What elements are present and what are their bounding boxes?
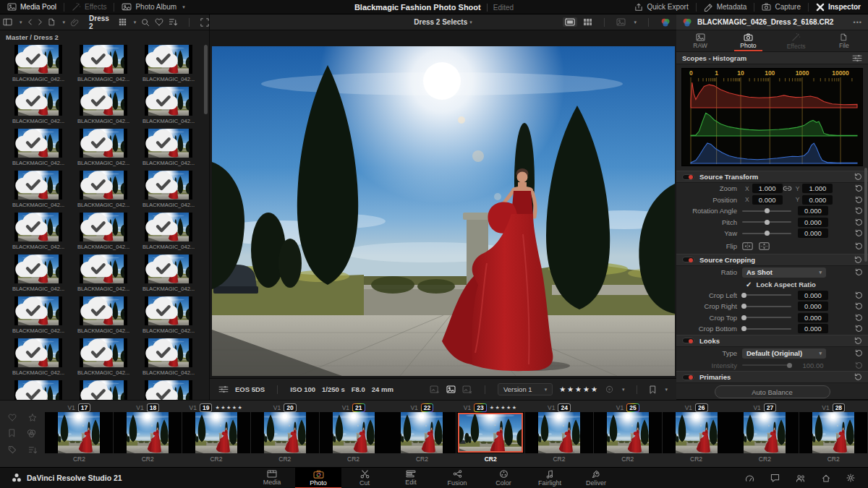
- media-thumbnail[interactable]: BLACKMAGIC_042...: [71, 213, 136, 250]
- filmstrip-item-21[interactable]: V121CR2: [319, 401, 388, 467]
- clip-thumbnail[interactable]: [320, 412, 388, 453]
- rotation-angle-slider[interactable]: [742, 210, 791, 212]
- chat-icon[interactable]: [770, 474, 780, 482]
- thumbnail-image[interactable]: [145, 213, 192, 241]
- position-x-field[interactable]: 0.000: [752, 195, 783, 205]
- inspector-button[interactable]: Inspector: [809, 0, 868, 14]
- yaw-slider[interactable]: [742, 233, 791, 234]
- crop-left-field[interactable]: 0.000: [798, 291, 828, 300]
- media-thumbnail[interactable]: BLACKMAGIC_042...: [71, 338, 136, 376]
- crop-right-slider[interactable]: [742, 306, 791, 307]
- chevron-down-icon[interactable]: ▾: [634, 20, 637, 25]
- reset-icon[interactable]: [855, 218, 863, 226]
- thumbnail-image[interactable]: [145, 45, 192, 74]
- thumbnail-image[interactable]: [14, 296, 62, 325]
- reset-icon[interactable]: [855, 242, 863, 250]
- media-thumbnail[interactable]: BLACKMAGIC_042...: [6, 45, 71, 82]
- media-thumbnail[interactable]: BLACKMAGIC_042...: [6, 296, 71, 334]
- zoom-y-field[interactable]: 1.000: [802, 184, 833, 193]
- media-thumbnail[interactable]: BLACKMAGIC_042...: [136, 213, 201, 250]
- new-bin-icon[interactable]: [48, 18, 56, 26]
- reset-icon[interactable]: [855, 196, 863, 204]
- page-tab-cut[interactable]: Cut: [341, 468, 388, 488]
- performance-icon[interactable]: [745, 474, 754, 482]
- crop-top-field[interactable]: 0.000: [798, 313, 828, 322]
- tag-filter-icon[interactable]: [8, 445, 17, 455]
- thumbnail-image[interactable]: [80, 254, 127, 283]
- rotation-angle-field[interactable]: 0.000: [798, 206, 828, 215]
- clip-thumbnail[interactable]: [525, 412, 593, 453]
- thumbnail-image[interactable]: [14, 338, 62, 367]
- reset-icon[interactable]: [855, 229, 863, 237]
- photo-album-button[interactable]: Photo Album ▾: [114, 0, 192, 14]
- crop-bottom-slider[interactable]: [742, 328, 791, 330]
- ratio-dropdown[interactable]: As Shot ▾: [742, 267, 826, 278]
- search-icon[interactable]: [141, 18, 150, 27]
- thumbnail-image[interactable]: [145, 380, 192, 400]
- lock-aspect-row[interactable]: ✓ Lock Aspect Ratio: [676, 279, 868, 290]
- clip-thumbnail[interactable]: [594, 412, 662, 453]
- quick-export-button[interactable]: Quick Export: [627, 0, 695, 14]
- filmstrip-item-19[interactable]: V119★★★★★CR2: [182, 401, 251, 467]
- reset-icon[interactable]: [854, 256, 862, 264]
- filmstrip-item-23[interactable]: V123★★★★★CR2: [456, 401, 525, 467]
- clip-thumbnail[interactable]: [45, 412, 113, 453]
- media-thumbnail[interactable]: BLACKMAGIC_042...: [71, 129, 136, 166]
- sidebar-toggle-icon[interactable]: [3, 17, 12, 27]
- star-filter-icon[interactable]: [28, 414, 37, 421]
- metadata-button[interactable]: Metadata: [697, 0, 754, 14]
- transform-icon[interactable]: [200, 18, 209, 27]
- single-view-button[interactable]: [563, 17, 577, 27]
- reset-icon[interactable]: [855, 302, 863, 310]
- media-thumbnail[interactable]: BLACKMAGIC_042...: [136, 129, 201, 166]
- color-palette-icon[interactable]: [660, 17, 671, 27]
- reset-icon[interactable]: [854, 337, 862, 345]
- page-tab-fairlight[interactable]: Fairlight: [527, 468, 573, 488]
- version-dropdown[interactable]: Version 1 ▾: [498, 383, 553, 395]
- breadcrumb[interactable]: Master / Dress 2: [0, 30, 209, 42]
- viewer-title[interactable]: Dress 2 Selects: [414, 18, 467, 26]
- settings-gear-icon[interactable]: [846, 474, 855, 482]
- primaries-toggle[interactable]: [682, 374, 694, 380]
- media-thumbnail[interactable]: BLACKMAGIC_042...: [71, 254, 136, 292]
- overlay-icon[interactable]: [616, 18, 626, 26]
- sort-filter-icon[interactable]: [28, 445, 38, 455]
- link-clip-icon[interactable]: [70, 17, 80, 27]
- pitch-field[interactable]: 0.000: [798, 218, 828, 227]
- thumbnail-image[interactable]: [80, 296, 127, 325]
- clip-thumbnail[interactable]: [456, 412, 524, 453]
- chevron-down-icon[interactable]: ▾: [665, 387, 668, 392]
- page-tab-photo[interactable]: Photo: [295, 468, 341, 488]
- reset-icon[interactable]: [855, 207, 863, 215]
- media-thumbnail[interactable]: BLACKMAGIC_042...: [136, 380, 201, 400]
- link-icon[interactable]: [783, 186, 792, 192]
- thumbnail-image[interactable]: [80, 338, 127, 367]
- grid-view-icon[interactable]: [119, 18, 127, 26]
- reset-icon[interactable]: [855, 325, 863, 333]
- thumbnail-image[interactable]: [80, 45, 127, 74]
- page-tab-fusion[interactable]: Fusion: [434, 468, 480, 488]
- media-thumbnail[interactable]: BLACKMAGIC_042...: [71, 87, 136, 124]
- media-thumbnail[interactable]: BLACKMAGIC_042...: [71, 171, 136, 208]
- reset-icon[interactable]: [854, 373, 862, 381]
- thumbnail-image[interactable]: [14, 87, 62, 116]
- collaboration-icon[interactable]: [796, 474, 806, 482]
- media-thumbnail[interactable]: BLACKMAGIC_042...: [136, 338, 201, 376]
- page-tab-color[interactable]: Color: [480, 468, 527, 488]
- clip-thumbnail[interactable]: [182, 412, 250, 453]
- media-thumbnail[interactable]: BLACKMAGIC_042...: [136, 296, 201, 334]
- media-thumbnail[interactable]: BLACKMAGIC_042...: [136, 171, 201, 208]
- flag-color-icon[interactable]: [605, 385, 613, 393]
- look-type-dropdown[interactable]: Default (Original) ▾: [742, 348, 826, 359]
- media-thumbnail[interactable]: BLACKMAGIC_042...: [6, 129, 71, 166]
- thumbnail-image[interactable]: [80, 129, 127, 158]
- reset-icon[interactable]: [855, 268, 863, 276]
- tab-raw[interactable]: RAW: [676, 30, 724, 51]
- media-thumbnail[interactable]: BLACKMAGIC_042...: [71, 45, 136, 82]
- thumbnail-image[interactable]: [145, 87, 192, 116]
- filmstrip-item-25[interactable]: V125CR2: [593, 401, 662, 467]
- filmstrip-item-24[interactable]: V124CR2: [525, 401, 594, 467]
- chevron-down-icon[interactable]: ▾: [622, 387, 625, 392]
- media-thumbnail[interactable]: BLACKMAGIC_042...: [6, 254, 71, 292]
- thumbnail-image[interactable]: [80, 87, 127, 116]
